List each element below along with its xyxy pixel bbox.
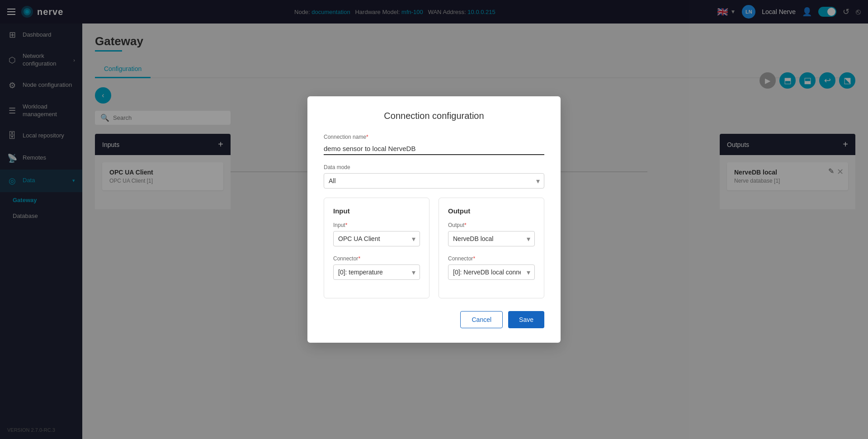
modal-overlay: Connection configuration Connection name… [0,0,868,439]
input-column: Input Input* OPC UA Client ▾ Connector* [324,198,429,298]
data-mode-group: Data mode All Latest Custom ▾ [324,164,544,189]
output-select[interactable]: NerveDB local [448,231,535,246]
cancel-button[interactable]: Cancel [460,311,503,328]
input-select-group: Input* OPC UA Client ▾ [333,222,420,246]
input-section-title: Input [333,207,420,215]
input-connector-label: Connector* [333,255,420,262]
output-connector-group: Connector* [0]: NerveDB local connector … [448,255,535,280]
data-mode-select[interactable]: All Latest Custom [324,173,544,189]
input-connector-select[interactable]: [0]: temperature [333,264,420,280]
output-select-wrapper: NerveDB local ▾ [448,231,535,246]
input-connector-group: Connector* [0]: temperature ▾ [333,255,420,280]
connection-name-group: Connection name* [324,134,544,155]
input-connector-select-wrapper: [0]: temperature ▾ [333,264,420,280]
modal-footer: Cancel Save [324,311,544,328]
input-output-columns: Input Input* OPC UA Client ▾ Connector* [324,198,544,298]
output-label: Output* [448,222,535,228]
input-label: Input* [333,222,420,228]
data-mode-label: Data mode [324,164,544,170]
connection-config-modal: Connection configuration Connection name… [307,96,561,343]
output-section-title: Output [448,207,535,215]
output-connector-select[interactable]: [0]: NerveDB local connector [448,264,535,280]
output-connector-select-wrapper: [0]: NerveDB local connector ▾ [448,264,535,280]
input-select[interactable]: OPC UA Client [333,231,420,246]
input-select-wrapper: OPC UA Client ▾ [333,231,420,246]
connection-name-label: Connection name* [324,134,544,140]
output-connector-label: Connector* [448,255,535,262]
data-mode-select-wrapper: All Latest Custom ▾ [324,173,544,189]
save-button[interactable]: Save [508,311,544,328]
modal-title: Connection configuration [324,111,544,121]
output-select-group: Output* NerveDB local ▾ [448,222,535,246]
connection-name-input[interactable] [324,143,544,155]
output-column: Output Output* NerveDB local ▾ Connector [439,198,544,298]
